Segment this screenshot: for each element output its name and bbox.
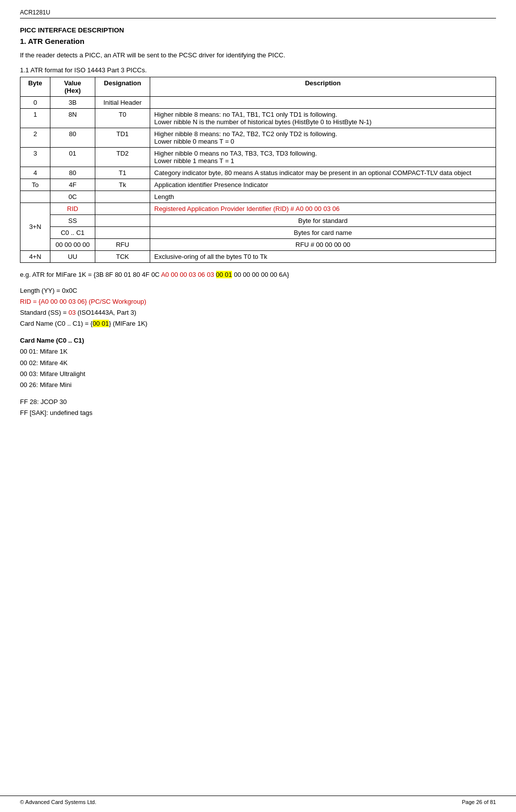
cell-byte: 3+N [20, 203, 50, 250]
cell-description: Exclusive-oring of all the bytes T0 to T… [150, 250, 496, 262]
cell-value: 80 [50, 128, 95, 147]
table-row: 3+N RID Registered Application Provider … [20, 203, 496, 214]
length-line: Length (YY) = 0x0C [20, 285, 496, 296]
cell-value: UU [50, 250, 95, 262]
cell-byte: 4 [20, 167, 50, 179]
cell-value: 80 [50, 167, 95, 179]
cell-value: C0 .. C1 [50, 226, 95, 238]
cell-byte [20, 191, 50, 203]
example-red-part: A0 00 00 03 06 03 [161, 271, 216, 278]
col-header-designation: Designation [95, 77, 150, 96]
card-name-item-4: 00 26: Mifare Mini [20, 380, 496, 391]
footer-left: © Advanced Card Systems Ltd. [20, 799, 96, 805]
standard-red: 03 [68, 309, 75, 316]
table-row: 4+N UU TCK Exclusive-oring of all the by… [20, 250, 496, 262]
table-row: 2 80 TD1 Higher nibble 8 means: no TA2, … [20, 128, 496, 147]
cell-description: RFU # 00 00 00 00 [150, 238, 496, 250]
table-row: 0C Length [20, 191, 496, 203]
sub-section-heading: 1. ATR Generation [20, 37, 496, 45]
table-row: SS Byte for standard [20, 214, 496, 226]
cell-byte: 3 [20, 147, 50, 167]
col-header-value: Value(Hex) [50, 77, 95, 96]
cell-description: Higher nibble 8 means: no TA2, TB2, TC2 … [150, 128, 496, 147]
table-row: 3 01 TD2 Higher nibble 0 means no TA3, T… [20, 147, 496, 167]
cell-value: 0C [50, 191, 95, 203]
footer: © Advanced Card Systems Ltd. Page 26 of … [0, 796, 516, 805]
example-highlight-part: 00 01 [216, 271, 233, 278]
card-name-suffix: } (MIFare 1K) [109, 320, 147, 327]
card-name-item-2: 00 02: Mifare 4K [20, 358, 496, 369]
cell-description: Byte for standard [150, 214, 496, 226]
cell-designation: Initial Header [95, 96, 150, 108]
card-name-item-3: 00 03: Mifare Ultralight [20, 369, 496, 380]
cell-description: Application identifier Presence Indicato… [150, 179, 496, 191]
cell-description: Registered Application Provider Identifi… [150, 203, 496, 214]
table-row: C0 .. C1 Bytes for card name [20, 226, 496, 238]
footer-right: Page 26 of 81 [462, 799, 496, 805]
document-title: ACR1281U [20, 9, 50, 16]
cell-byte: To [20, 179, 50, 191]
standard-prefix: Standard (SS) = [20, 309, 68, 316]
cell-value: 4F [50, 179, 95, 191]
cell-value: 01 [50, 147, 95, 167]
main-section-heading: PICC INTERFACE DESCRIPTION [20, 26, 496, 34]
atr-table: Byte Value(Hex) Designation Description … [20, 77, 496, 263]
cell-designation: TD2 [95, 147, 150, 167]
header-bar: ACR1281U [20, 9, 496, 18]
length-text: Length (YY) = 0x0C [20, 287, 77, 294]
cell-value: 8N [50, 108, 95, 128]
cell-designation [95, 191, 150, 203]
cell-description [150, 96, 496, 108]
cell-description: Higher nibble 8 means: no TA1, TB1, TC1 … [150, 108, 496, 128]
col-header-byte: Byte [20, 77, 50, 96]
cell-value: RID [50, 203, 95, 214]
cell-description: Length [150, 191, 496, 203]
card-name-highlight: 00 01 [93, 320, 109, 327]
card-name-section: Card Name (C0 .. C1) 00 01: Mifare 1K 00… [20, 335, 496, 390]
table-row: 4 80 T1 Category indicator byte, 80 mean… [20, 167, 496, 179]
extra-item-2: FF [SAK]: undefined tags [20, 407, 496, 418]
example-line: e.g. ATR for MIFare 1K = {3B 8F 80 01 80… [20, 270, 496, 280]
cell-byte: 1 [20, 108, 50, 128]
table-caption: 1.1 ATR format for ISO 14443 Part 3 PICC… [20, 66, 496, 74]
card-name-prefix: Card Name (C0 .. C1) = { [20, 320, 93, 327]
cell-value: SS [50, 214, 95, 226]
cell-designation: TD1 [95, 128, 150, 147]
cell-byte: 4+N [20, 250, 50, 262]
table-row: 00 00 00 00 RFU RFU # 00 00 00 00 [20, 238, 496, 250]
detail-lines: Length (YY) = 0x0C RID = {A0 00 00 03 06… [20, 285, 496, 329]
cell-designation: RFU [95, 238, 150, 250]
rid-line: RID = {A0 00 00 03 06} (PC/SC Workgroup) [20, 296, 496, 307]
standard-suffix: (ISO14443A, Part 3) [76, 309, 136, 316]
cell-description: Higher nibble 0 means no TA3, TB3, TC3, … [150, 147, 496, 167]
card-name-item-1: 00 01: Mifare 1K [20, 346, 496, 357]
cell-designation: T1 [95, 167, 150, 179]
card-name-line: Card Name (C0 .. C1) = {00 01} (MIFare 1… [20, 318, 496, 329]
table-row: 0 3B Initial Header [20, 96, 496, 108]
cell-description: Bytes for card name [150, 226, 496, 238]
table-row: To 4F Tk Application identifier Presence… [20, 179, 496, 191]
cell-description: Category indicator byte, 80 means A stat… [150, 167, 496, 179]
example-end-part: 00 00 00 00 00 6A} [232, 271, 289, 278]
cell-byte: 2 [20, 128, 50, 147]
standard-line: Standard (SS) = 03 (ISO14443A, Part 3) [20, 307, 496, 318]
rid-text: RID = {A0 00 00 03 06} (PC/SC Workgroup) [20, 298, 146, 305]
example-prefix: e.g. ATR for MIFare 1K = {3B 8F 80 01 80… [20, 271, 161, 278]
table-row: 1 8N T0 Higher nibble 8 means: no TA1, T… [20, 108, 496, 128]
cell-byte: 0 [20, 96, 50, 108]
cell-designation [95, 203, 150, 214]
col-header-description: Description [150, 77, 496, 96]
cell-value: 00 00 00 00 [50, 238, 95, 250]
cell-designation [95, 214, 150, 226]
cell-designation: T0 [95, 108, 150, 128]
extra-items-section: FF 28: JCOP 30 FF [SAK]: undefined tags [20, 397, 496, 418]
extra-item-1: FF 28: JCOP 30 [20, 397, 496, 407]
cell-designation [95, 226, 150, 238]
intro-text: If the reader detects a PICC, an ATR wil… [20, 50, 496, 60]
card-name-heading: Card Name (C0 .. C1) [20, 335, 496, 346]
cell-designation: TCK [95, 250, 150, 262]
cell-value: 3B [50, 96, 95, 108]
cell-designation: Tk [95, 179, 150, 191]
